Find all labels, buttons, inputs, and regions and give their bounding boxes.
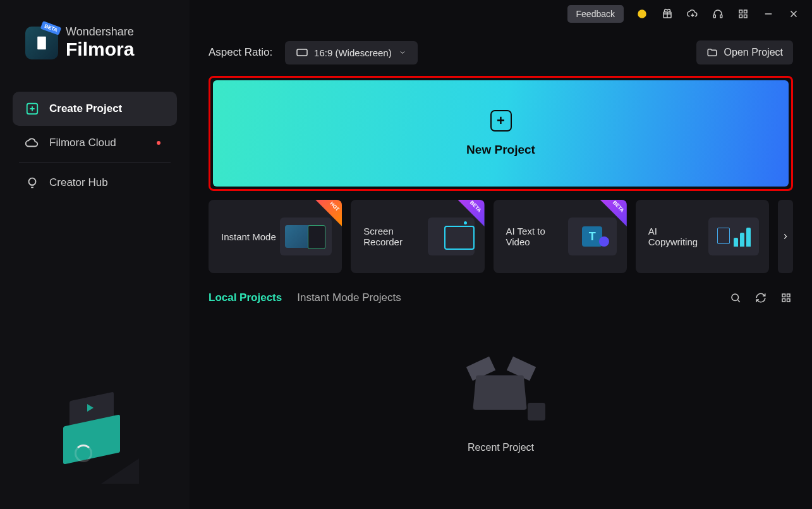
tab-local-projects[interactable]: Local Projects: [209, 291, 282, 304]
plus-square-icon: [25, 102, 39, 116]
svg-point-11: [732, 294, 739, 301]
cloud-icon: [25, 136, 39, 150]
refresh-button[interactable]: [754, 291, 768, 305]
titlebar: Feedback: [190, 0, 812, 28]
svg-rect-14: [782, 299, 785, 302]
aspect-ratio-value: 16:9 (Widescreen): [314, 47, 392, 58]
card-screen-recorder[interactable]: Screen Recorder BETA: [351, 200, 484, 273]
aspect-ratio-label: Aspect Ratio:: [209, 46, 272, 59]
grid-icon: [780, 292, 792, 304]
card-title: AI Copywriting: [648, 226, 708, 247]
scroll-next-button[interactable]: [778, 200, 793, 273]
sidebar-item-filmora-cloud[interactable]: Filmora Cloud: [13, 126, 177, 160]
new-project-label: New Project: [466, 143, 535, 157]
search-button[interactable]: [729, 291, 742, 305]
widescreen-icon: [296, 49, 308, 56]
divider: [19, 163, 171, 163]
chevron-down-icon: [399, 49, 406, 56]
sidebar-illustration: [13, 357, 177, 496]
empty-label: Recent Project: [468, 442, 534, 453]
sidebar-item-create-project[interactable]: Create Project: [13, 92, 177, 126]
beta-badge: BETA: [40, 21, 62, 35]
brand-company: Wondershare: [66, 25, 134, 39]
sidebar-item-label: Creator Hub: [49, 176, 108, 189]
minimize-button[interactable]: [761, 7, 775, 21]
card-title: Screen Recorder: [363, 226, 428, 247]
new-project-button[interactable]: + New Project: [213, 80, 789, 187]
app-logo: BETA Wondershare Filmora: [13, 25, 177, 60]
card-title: Instant Mode: [221, 231, 276, 242]
grid-view-button[interactable]: [779, 291, 793, 305]
svg-rect-6: [739, 10, 742, 13]
gift-icon[interactable]: [660, 7, 674, 21]
grid-icon[interactable]: [736, 7, 750, 21]
close-button[interactable]: [787, 7, 801, 21]
svg-rect-9: [744, 15, 748, 18]
projects-area: Recent Project: [209, 311, 793, 496]
brand-product: Filmora: [66, 39, 134, 60]
new-project-highlight: + New Project: [209, 76, 793, 191]
svg-rect-12: [782, 294, 785, 297]
premium-icon[interactable]: [635, 7, 649, 21]
project-tabs: Local Projects Instant Mode Projects: [209, 291, 401, 304]
open-project-button[interactable]: Open Project: [696, 40, 793, 64]
notification-dot-icon: [157, 141, 161, 145]
folder-icon: [706, 47, 718, 58]
svg-rect-7: [744, 10, 748, 13]
feedback-button[interactable]: Feedback: [567, 5, 624, 23]
svg-rect-13: [787, 294, 791, 297]
card-thumb-icon: [708, 218, 759, 255]
cloud-download-icon[interactable]: [686, 7, 700, 21]
feature-cards: Instant Mode HOT Screen Recorder BETA AI…: [209, 200, 793, 273]
sidebar: BETA Wondershare Filmora Create Project …: [0, 0, 190, 509]
svg-rect-5: [720, 15, 722, 18]
main-area: Feedback Aspect Ratio:: [190, 0, 812, 509]
svg-rect-4: [713, 15, 715, 18]
refresh-icon: [755, 292, 767, 304]
open-project-label: Open Project: [724, 47, 783, 58]
sidebar-item-label: Create Project: [49, 102, 122, 115]
loading-spinner-icon: [75, 445, 92, 462]
card-instant-mode[interactable]: Instant Mode HOT: [209, 200, 342, 273]
card-thumb-icon: T: [568, 218, 617, 255]
sidebar-item-label: Filmora Cloud: [49, 137, 116, 149]
card-thumb-icon: [280, 218, 332, 255]
tab-instant-mode-projects[interactable]: Instant Mode Projects: [297, 291, 401, 304]
empty-box-icon: [463, 355, 539, 424]
headphones-icon[interactable]: [711, 7, 725, 21]
sidebar-item-creator-hub[interactable]: Creator Hub: [13, 166, 177, 200]
card-title: AI Text to Video: [506, 226, 568, 247]
svg-point-2: [638, 9, 646, 18]
plus-icon: +: [490, 110, 512, 132]
chevron-right-icon: [781, 232, 790, 241]
card-thumb-icon: [428, 218, 475, 255]
card-ai-text-to-video[interactable]: AI Text to Video T BETA: [494, 200, 627, 273]
card-ai-copywriting[interactable]: AI Copywriting: [636, 200, 769, 273]
svg-point-1: [29, 178, 36, 185]
aspect-ratio-select[interactable]: 16:9 (Widescreen): [285, 41, 418, 64]
search-icon: [730, 292, 741, 304]
svg-rect-10: [297, 49, 307, 56]
bulb-icon: [25, 176, 39, 190]
svg-rect-8: [739, 15, 742, 18]
svg-rect-15: [787, 299, 791, 302]
logo-icon: BETA: [25, 27, 58, 59]
